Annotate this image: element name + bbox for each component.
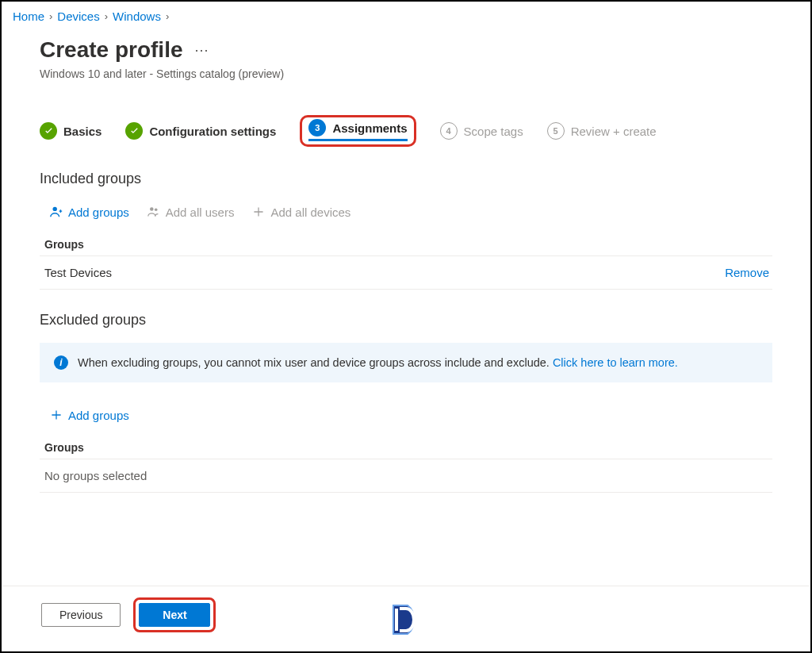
step-config-settings[interactable]: Configuration settings bbox=[125, 122, 276, 140]
info-text: When excluding groups, you cannot mix us… bbox=[78, 356, 678, 369]
step-number-icon: 3 bbox=[308, 119, 326, 136]
info-banner: i When excluding groups, you cannot mix … bbox=[40, 343, 772, 382]
step-basics[interactable]: Basics bbox=[40, 122, 102, 140]
step-review-create: 5 Review + create bbox=[547, 122, 657, 140]
brand-logo-icon bbox=[390, 602, 422, 637]
included-toolbar: Add groups Add all users Add all devices bbox=[40, 202, 772, 222]
breadcrumb-devices[interactable]: Devices bbox=[57, 10, 99, 23]
add-groups-button[interactable]: Add groups bbox=[48, 202, 131, 222]
more-actions-icon[interactable]: ⋯ bbox=[194, 41, 210, 59]
add-all-devices-button[interactable]: Add all devices bbox=[250, 202, 352, 222]
step-number-icon: 5 bbox=[547, 122, 565, 140]
excluded-groups-label: Groups bbox=[40, 441, 772, 459]
excluded-empty-text: No groups selected bbox=[40, 459, 772, 493]
info-icon: i bbox=[54, 355, 68, 370]
chevron-right-icon: › bbox=[105, 10, 108, 22]
plus-icon bbox=[49, 408, 63, 422]
add-person-icon bbox=[49, 205, 63, 219]
highlight-next-button: Next bbox=[133, 597, 216, 632]
wizard-footer: Previous Next bbox=[3, 586, 809, 651]
group-name: Test Devices bbox=[44, 266, 112, 279]
step-number-icon: 4 bbox=[440, 122, 458, 140]
svg-point-1 bbox=[150, 207, 154, 211]
step-scope-tags: 4 Scope tags bbox=[440, 122, 523, 140]
table-row: Test Devices Remove bbox=[40, 256, 772, 290]
plus-icon bbox=[251, 205, 266, 219]
wizard-stepper: Basics Configuration settings 3 Assignme… bbox=[40, 115, 772, 153]
learn-more-link[interactable]: Click here to learn more. bbox=[553, 356, 678, 369]
previous-button[interactable]: Previous bbox=[41, 603, 121, 627]
next-button[interactable]: Next bbox=[139, 603, 210, 627]
check-icon bbox=[125, 122, 143, 140]
breadcrumb-home[interactable]: Home bbox=[13, 10, 44, 23]
svg-point-0 bbox=[53, 207, 57, 211]
included-groups-label: Groups bbox=[40, 238, 772, 256]
remove-group-link[interactable]: Remove bbox=[725, 266, 769, 279]
breadcrumb: Home › Devices › Windows › bbox=[2, 2, 810, 28]
check-icon bbox=[40, 122, 57, 140]
page-subtitle: Windows 10 and later - Settings catalog … bbox=[40, 67, 772, 80]
excluded-toolbar: Add groups bbox=[40, 405, 772, 425]
page-title: Create profile bbox=[40, 37, 183, 63]
add-excluded-groups-button[interactable]: Add groups bbox=[48, 405, 131, 425]
step-assignments[interactable]: 3 Assignments bbox=[308, 119, 407, 136]
included-groups-heading: Included groups bbox=[40, 171, 772, 187]
highlight-assignments-step: 3 Assignments bbox=[300, 115, 416, 147]
breadcrumb-windows[interactable]: Windows bbox=[113, 10, 161, 23]
people-icon bbox=[147, 205, 161, 219]
svg-point-2 bbox=[155, 209, 158, 212]
chevron-right-icon: › bbox=[166, 10, 169, 22]
chevron-right-icon: › bbox=[49, 10, 52, 22]
add-all-users-button[interactable]: Add all users bbox=[145, 202, 236, 222]
excluded-groups-heading: Excluded groups bbox=[40, 312, 772, 328]
